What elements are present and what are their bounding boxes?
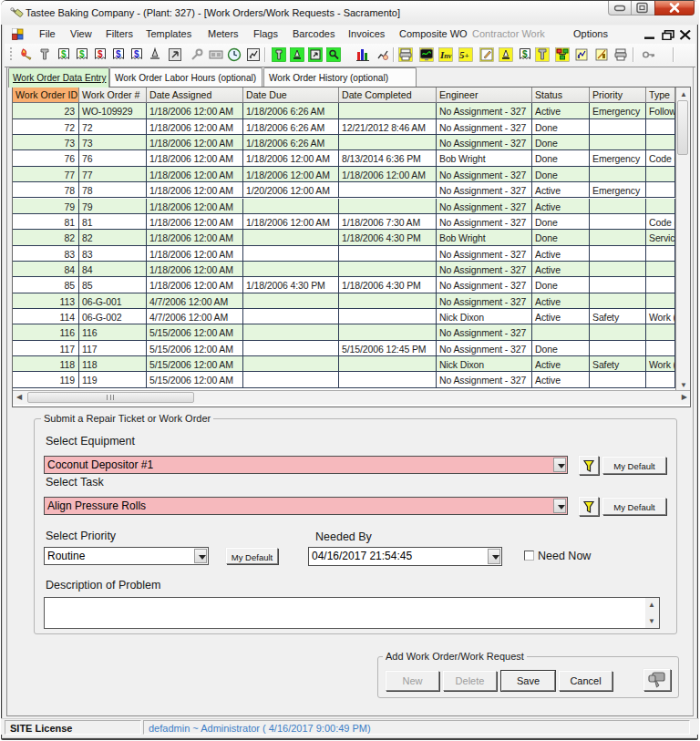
svg-text:$: $ <box>134 49 139 59</box>
svg-text:5+: 5+ <box>459 49 469 60</box>
svg-text:$: $ <box>98 49 103 59</box>
svg-text:$: $ <box>522 49 528 59</box>
svg-text:$: $ <box>61 49 67 59</box>
svg-text:$: $ <box>79 49 85 59</box>
svg-text:$: $ <box>116 49 121 59</box>
